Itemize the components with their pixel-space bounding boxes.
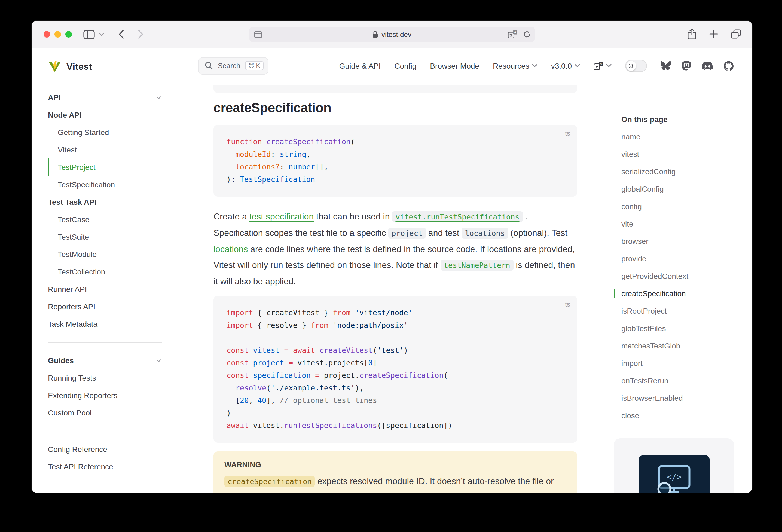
- forward-button[interactable]: [138, 29, 144, 39]
- browser-title-bar: vitest.dev A: [32, 21, 752, 48]
- inline-code: project: [388, 227, 426, 239]
- sidebar-item-label: Guides: [48, 356, 74, 365]
- sidebar-item-extending-reporters[interactable]: Extending Reporters: [48, 387, 162, 404]
- code-line: import { createVitest } from 'vitest/nod…: [226, 307, 564, 319]
- sidebar-item-api[interactable]: API: [48, 89, 162, 106]
- outline-item-close[interactable]: close: [621, 407, 734, 424]
- sponsor-card[interactable]: </>: [614, 438, 734, 493]
- sidebar-item-reporters-api[interactable]: Reporters API: [48, 298, 162, 315]
- sidebar-item-label: Runner API: [48, 285, 87, 293]
- svg-text:</>: </>: [667, 472, 681, 482]
- code-line: import { resolve } from 'node:path/posix…: [226, 319, 564, 331]
- inline-link[interactable]: locations: [213, 245, 248, 254]
- sidebar: Vitest APINode APIGetting StartedVitestT…: [32, 48, 179, 493]
- zoom-button[interactable]: [65, 31, 72, 38]
- page-icon[interactable]: [254, 31, 262, 40]
- minimize-button[interactable]: [55, 31, 61, 38]
- language-menu[interactable]: A: [594, 61, 611, 70]
- outline-item-import[interactable]: import: [621, 354, 734, 372]
- sidebar-item-vitest[interactable]: Vitest: [48, 141, 162, 158]
- nav-menu-resources[interactable]: Resources: [493, 61, 537, 70]
- sidebar-item-running-tests[interactable]: Running Tests: [48, 369, 162, 387]
- sidebar-item-test-api-reference[interactable]: Test API Reference: [48, 458, 162, 475]
- new-tab-icon[interactable]: [709, 29, 718, 39]
- search-shortcut: ⌘ K: [245, 61, 263, 70]
- inline-link[interactable]: test specification: [249, 212, 314, 221]
- address-bar[interactable]: vitest.dev A: [249, 27, 535, 42]
- sidebar-item-testcase[interactable]: TestCase: [48, 211, 162, 228]
- outline-item-globalconfig[interactable]: globalConfig: [621, 180, 734, 198]
- tab-overview-icon[interactable]: [731, 29, 741, 39]
- share-icon[interactable]: [687, 28, 697, 40]
- sidebar-item-node-api[interactable]: Node API: [48, 106, 162, 123]
- nav-link-guide-api[interactable]: Guide & API: [339, 61, 381, 70]
- back-button[interactable]: [118, 29, 124, 39]
- sidebar-item-runner-api[interactable]: Runner API: [48, 280, 162, 298]
- page-body: Vitest APINode APIGetting StartedVitestT…: [32, 48, 752, 493]
- outline-item-ontestsrerun[interactable]: onTestsRerun: [621, 372, 734, 389]
- outline-item-serializedconfig[interactable]: serializedConfig: [621, 163, 734, 180]
- outline-item-isbrowserenabled[interactable]: isBrowserEnabled: [621, 389, 734, 407]
- code-line: await vitest.runTestSpecifications([spec…: [226, 419, 564, 432]
- code-line: locations?: number[],: [226, 161, 564, 173]
- sidebar-item-testsuite[interactable]: TestSuite: [48, 228, 162, 246]
- outline-item-provide[interactable]: provide: [621, 250, 734, 268]
- sidebar-item-label: TestSpecification: [58, 180, 115, 189]
- sidebar-item-custom-pool[interactable]: Custom Pool: [48, 404, 162, 422]
- warning-body: createSpecification expects resolved mod…: [224, 473, 566, 493]
- outline-item-getprovidedcontext[interactable]: getProvidedContext: [621, 268, 734, 285]
- sidebar-item-testmodule[interactable]: TestModule: [48, 246, 162, 263]
- sidebar-item-testspecification[interactable]: TestSpecification: [48, 176, 162, 193]
- nav-link-browser-mode[interactable]: Browser Mode: [430, 61, 479, 70]
- nav-link-config[interactable]: Config: [394, 61, 416, 70]
- github-icon[interactable]: [724, 61, 734, 71]
- outline-item-vitest[interactable]: vitest: [621, 145, 734, 163]
- search-button[interactable]: Search ⌘ K: [198, 57, 268, 74]
- sidebar-item-test-task-api[interactable]: Test Task API: [48, 193, 162, 211]
- sidebar-menu-chevron[interactable]: [99, 33, 104, 36]
- sidebar-item-testproject[interactable]: TestProject: [48, 158, 162, 176]
- outline-item-config[interactable]: config: [621, 198, 734, 215]
- site-title: Vitest: [66, 61, 92, 72]
- site-logo[interactable]: Vitest: [48, 60, 162, 73]
- sidebar-item-guides[interactable]: Guides: [48, 352, 162, 369]
- outline-item-name[interactable]: name: [621, 128, 734, 145]
- inline-code-link[interactable]: vitest.runTestSpecifications: [392, 211, 523, 222]
- sidebar-item-task-metadata[interactable]: Task Metadata: [48, 315, 162, 333]
- close-button[interactable]: [43, 31, 50, 38]
- nav-menu-resources-label: Resources: [493, 61, 529, 70]
- sidebar-item-label: TestSuite: [58, 233, 89, 241]
- inline-code-link[interactable]: testNamePattern: [440, 260, 513, 271]
- code-line: moduleId: string,: [226, 148, 564, 161]
- nav-menu-version[interactable]: v3.0.0: [551, 61, 580, 70]
- sidebar-item-config-reference[interactable]: Config Reference: [48, 440, 162, 458]
- code-line: function createSpecification(: [226, 136, 564, 148]
- discord-icon[interactable]: [702, 61, 713, 70]
- social-links: [661, 61, 734, 71]
- sidebar-item-testcollection[interactable]: TestCollection: [48, 263, 162, 280]
- sidebar-item-label: Custom Pool: [48, 409, 92, 417]
- translate-icon[interactable]: A: [507, 30, 517, 39]
- outline-item-vite[interactable]: vite: [621, 215, 734, 233]
- outline-item-matchestestglob[interactable]: matchesTestGlob: [621, 337, 734, 354]
- outline-item-globtestfiles[interactable]: globTestFiles: [621, 320, 734, 337]
- outline-item-createspecification[interactable]: createSpecification: [621, 285, 734, 302]
- reload-icon[interactable]: [523, 31, 530, 38]
- sidebar-item-label: Node API: [48, 110, 81, 119]
- sidebar-item-label: Reporters API: [48, 302, 95, 311]
- sidebar-item-getting-started[interactable]: Getting Started: [48, 123, 162, 141]
- translate-icon: A: [594, 61, 603, 70]
- mastodon-icon[interactable]: [682, 61, 691, 71]
- sidebar-item-label: TestCase: [58, 215, 90, 224]
- sun-icon: [628, 62, 634, 69]
- theme-toggle[interactable]: [625, 60, 647, 72]
- outline-title: On this page: [621, 113, 734, 126]
- bluesky-icon[interactable]: [661, 61, 671, 70]
- text-run: and test: [426, 228, 462, 238]
- outline-item-isrootproject[interactable]: isRootProject: [621, 302, 734, 320]
- chevron-down-icon: [606, 64, 611, 68]
- sidebar-toggle-button[interactable]: [83, 30, 95, 39]
- text-run: expects resolved: [315, 476, 385, 486]
- outline-item-browser[interactable]: browser: [621, 233, 734, 250]
- inline-link[interactable]: module ID: [385, 476, 425, 486]
